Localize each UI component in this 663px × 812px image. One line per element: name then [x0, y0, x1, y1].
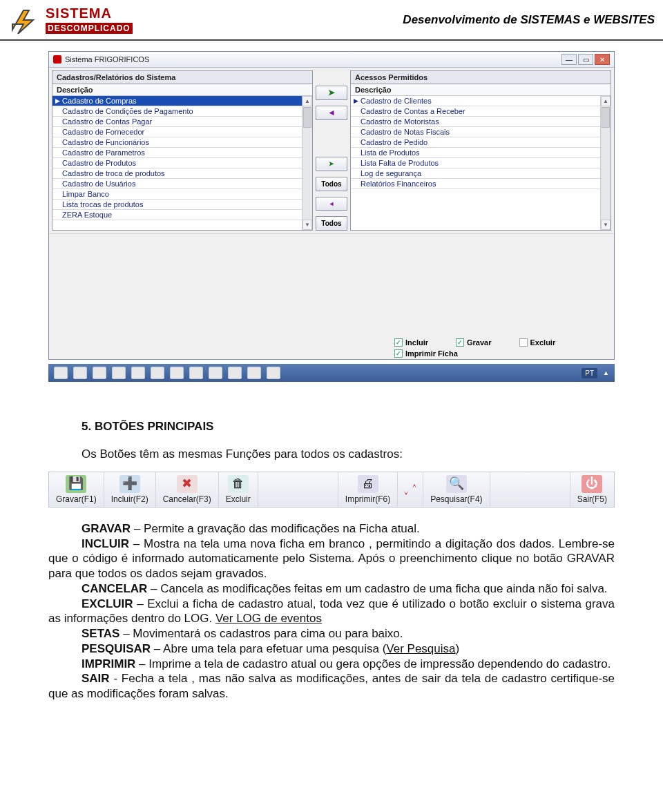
check-imprimir-label: Imprimir Ficha [405, 349, 458, 358]
remove-button[interactable]: ◄ [316, 106, 347, 120]
taskbar-icon[interactable] [189, 367, 203, 379]
toolbar-cancelar[interactable]: ✖Cancelar(F3) [156, 472, 219, 507]
left-panel: Cadastros/Relatórios do Sistema Descriçã… [52, 70, 313, 231]
add-all-button[interactable]: ➤ [316, 157, 347, 171]
permission-checks: ✓Incluir ✓Gravar .Excluir [49, 337, 614, 348]
check-imprimir[interactable]: ✓Imprimir Ficha [394, 349, 458, 358]
arrow-up-icon [412, 480, 417, 499]
label-gravar: GRAVAR [81, 522, 131, 535]
list-item[interactable]: Cadastro de Usuários [52, 179, 302, 189]
list-item[interactable]: Lista trocas de produtos [52, 200, 302, 210]
scroll-thumb[interactable] [303, 107, 311, 128]
taskbar-icon[interactable] [54, 367, 68, 379]
toolbar-excluir[interactable]: 🗑Excluir [219, 472, 258, 507]
taskbar-icon[interactable] [93, 367, 106, 379]
right-scrollbar[interactable]: ▲ ▼ [600, 96, 611, 230]
text-pesquisar-2: ) [455, 642, 459, 655]
svg-marker-0 [12, 10, 33, 34]
list-item[interactable]: ▶Cadastro de Clientes [351, 96, 600, 106]
taskbar-icon[interactable] [73, 367, 87, 379]
left-panel-title: Cadastros/Relatórios do Sistema [52, 71, 312, 84]
text-excluir: – Exclui a ficha de cadastro atual, toda… [48, 597, 615, 626]
taskbar-icon[interactable] [267, 367, 280, 379]
check-incluir-label: Incluir [405, 338, 428, 347]
list-item[interactable]: ▶Cadastro de Compras [52, 96, 302, 106]
check-incluir[interactable]: ✓Incluir [394, 338, 428, 347]
titlebar: Sistema FRIGORIFICOS — ▭ ✕ [49, 52, 614, 68]
toolbar-incluir[interactable]: ➕Incluir(F2) [104, 472, 156, 507]
todos-add-button[interactable]: Todos [316, 177, 347, 191]
label-pesquisar: PESQUISAR [81, 642, 151, 655]
right-list[interactable]: ▶Cadastro de ClientesCadastro de Contas … [351, 96, 600, 230]
list-item[interactable]: Cadastro de Pedido [351, 137, 600, 148]
body-text: GRAVAR – Permite a gravação das modifica… [48, 521, 615, 702]
scroll-up-icon[interactable]: ▲ [601, 96, 611, 106]
toolbar-arrows[interactable] [398, 472, 423, 507]
close-button[interactable]: ✕ [595, 54, 610, 65]
left-column-header: Descrição [52, 84, 312, 96]
list-item[interactable]: ZERA Estoque [52, 210, 302, 220]
list-item[interactable]: Cadastro de Parametros [52, 148, 302, 158]
scroll-down-icon[interactable]: ▼ [601, 220, 611, 230]
taskbar-icon[interactable] [247, 367, 261, 379]
list-item[interactable]: Cadastro de Produtos [52, 158, 302, 168]
list-item[interactable]: Cadastro de Contas Pagar [52, 117, 302, 127]
toolbar-gravar[interactable]: 💾Gravar(F1) [49, 472, 104, 507]
toolbar-sair[interactable]: ⏻Sair(F5) [570, 472, 614, 507]
right-panel-title: Acessos Permitidos [351, 71, 611, 84]
logo-text: SISTEMA DESCOMPLICADO [46, 6, 133, 34]
taskbar: PT ▲ [48, 364, 615, 382]
taskbar-icon[interactable] [112, 367, 126, 379]
taskbar-icon[interactable] [151, 367, 164, 379]
maximize-button[interactable]: ▭ [578, 54, 593, 65]
page-header: SISTEMA DESCOMPLICADO Desenvolvimento de… [0, 0, 663, 41]
list-item[interactable]: Cadastro de Contas a Receber [351, 106, 600, 117]
toolbar-pesquisar[interactable]: 🔍Pesquisar(F4) [423, 472, 490, 507]
taskbar-icon[interactable] [170, 367, 184, 379]
scroll-thumb[interactable] [602, 107, 610, 128]
button-toolbar: 💾Gravar(F1) ➕Incluir(F2) ✖Cancelar(F3) 🗑… [48, 472, 615, 508]
list-item[interactable]: Cadastro de troca de produtos [52, 168, 302, 179]
check-gravar[interactable]: ✓Gravar [456, 338, 491, 347]
list-item[interactable]: Log de segurança [351, 168, 600, 179]
taskbar-icon[interactable] [131, 367, 145, 379]
add-button[interactable]: ➤ [316, 86, 347, 100]
list-item[interactable]: Relatórios Financeiros [351, 179, 600, 189]
list-item[interactable]: Cadastro de Condições de Pagamento [52, 106, 302, 117]
toolbar-imprimir[interactable]: 🖨Imprimir(F6) [338, 472, 398, 507]
link-log[interactable]: Ver LOG de eventos [215, 612, 322, 625]
list-item[interactable]: Lista Falta de Produtos [351, 158, 600, 168]
check-excluir[interactable]: .Excluir [519, 338, 556, 347]
minimize-button[interactable]: — [561, 54, 577, 65]
list-item[interactable]: Lista de Produtos [351, 148, 600, 158]
todos-remove-button[interactable]: Todos [316, 216, 347, 231]
list-item[interactable]: Cadastro de Motoristas [351, 117, 600, 127]
app-window: Sistema FRIGORIFICOS — ▭ ✕ Cadastros/Rel… [48, 51, 615, 360]
taskbar-icon[interactable] [228, 367, 242, 379]
logo-line2: DESCOMPLICADO [46, 23, 133, 34]
left-scrollbar[interactable]: ▲ ▼ [302, 96, 312, 230]
section-number: 5. [81, 420, 91, 433]
arrow-down-icon [403, 480, 409, 499]
list-item[interactable]: Cadastro de Notas Fiscais [351, 127, 600, 137]
text-pesquisar-1: – Abre uma tela para efetuar uma pesquis… [151, 642, 386, 655]
scroll-down-icon[interactable]: ▼ [302, 220, 312, 230]
list-item[interactable]: Cadastro de Funcionários [52, 137, 302, 148]
taskbar-lang[interactable]: PT [582, 368, 597, 378]
remove-all-button[interactable]: ◄ [316, 197, 347, 211]
toolbar-excluir-label: Excluir [226, 494, 251, 504]
label-sair: SAIR [81, 672, 110, 685]
link-pesquisa[interactable]: Ver Pesquisa [386, 642, 455, 655]
toolbar-incluir-label: Incluir(F2) [111, 494, 148, 504]
toolbar-pesquisar-label: Pesquisar(F4) [430, 494, 482, 504]
app-icon [53, 55, 61, 64]
list-item[interactable]: Cadastro de Fornecedor [52, 127, 302, 137]
taskbar-icon[interactable] [209, 367, 222, 379]
scroll-up-icon[interactable]: ▲ [302, 96, 312, 106]
label-incluir: INCLUIR [81, 537, 129, 550]
check-excluir-label: Excluir [530, 338, 556, 347]
left-list[interactable]: ▶Cadastro de ComprasCadastro de Condiçõe… [52, 96, 302, 230]
text-incluir: – Mostra na tela uma nova ficha em branc… [48, 537, 615, 581]
list-item[interactable]: Limpar Banco [52, 189, 302, 200]
logo-icon [8, 6, 41, 34]
